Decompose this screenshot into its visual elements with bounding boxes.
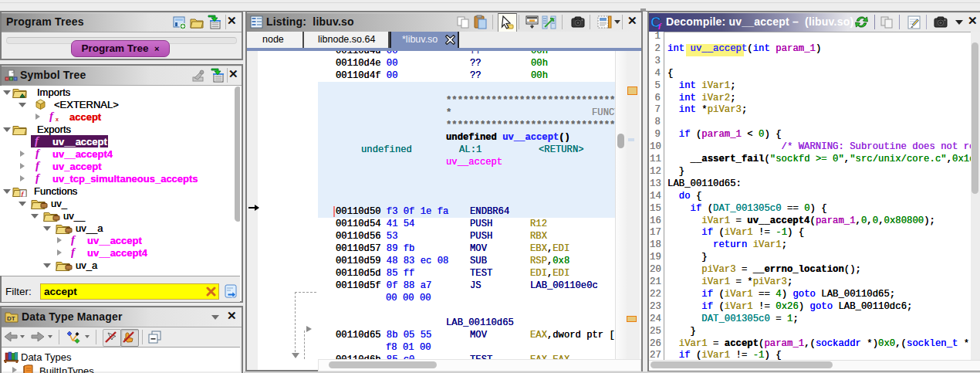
svg-text:f: f	[35, 135, 40, 147]
svg-text:x: x	[56, 117, 59, 122]
svg-text:DT: DT	[7, 315, 15, 322]
svg-text:f: f	[658, 21, 662, 29]
